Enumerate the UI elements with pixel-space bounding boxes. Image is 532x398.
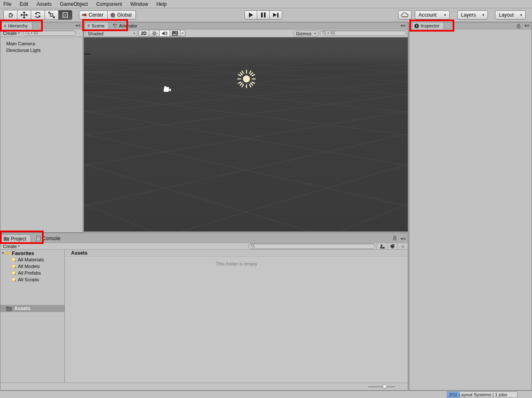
hierarchy-item-directional-light[interactable]: Directional Light (0, 47, 83, 54)
inspector-body (409, 29, 532, 390)
scene-audio-button[interactable] (159, 30, 170, 37)
console-tab-label: Console (42, 236, 60, 241)
favorites-label: Favorites (12, 251, 34, 256)
star-icon: ★ (400, 244, 405, 249)
hand-tool-button[interactable] (3, 10, 17, 20)
list-icon: ≡ (4, 23, 6, 28)
rect-tool-button[interactable] (58, 10, 72, 20)
menu-component[interactable]: Component (92, 0, 126, 8)
pivot-center-icon (82, 12, 87, 17)
scene-panel: # Scene Animator ▾≡ Shaded ▾ 2D (84, 22, 408, 232)
hierarchy-search-input[interactable] (34, 31, 73, 35)
scene-effects-button[interactable] (170, 30, 180, 37)
cloud-services-button[interactable] (398, 10, 411, 20)
search-by-label-button[interactable] (387, 243, 397, 250)
favorite-label: All Prefabs (18, 270, 41, 275)
scene-search-input[interactable] (330, 31, 404, 35)
tab-animator[interactable]: Animator (111, 22, 141, 29)
favorite-all-materials[interactable]: All Materials (0, 256, 64, 263)
pivot-orientation-group: Center Global (79, 10, 135, 20)
layout-dropdown[interactable]: Layout ▾ (495, 10, 526, 20)
menu-edit[interactable]: Edit (15, 0, 32, 8)
account-dropdown[interactable]: Account ▾ (415, 10, 450, 20)
panel-menu-icon[interactable]: ▾≡ (401, 236, 406, 241)
lock-icon[interactable] (393, 236, 397, 241)
move-tool-button[interactable] (17, 10, 31, 20)
slider-knob[interactable] (382, 384, 387, 389)
favorites-header[interactable]: ▼ ★ Favorites (0, 250, 64, 256)
scene-lighting-button[interactable] (149, 30, 160, 37)
scene-toggle-buttons: 2D (138, 30, 185, 37)
expander-icon[interactable]: ▼ (1, 251, 5, 255)
favorite-all-models[interactable]: All Models (0, 263, 64, 270)
tab-inspector[interactable]: i Inspector (412, 22, 444, 29)
menu-bar: File Edit Assets GameObject Component Wi… (0, 0, 532, 8)
scale-tool-button[interactable] (44, 10, 59, 20)
search-icon (251, 244, 255, 248)
orientation-global-button[interactable]: Global (107, 10, 136, 20)
thumbnail-zoom-slider[interactable] (368, 386, 395, 387)
project-search-input[interactable] (256, 244, 372, 248)
animator-icon (113, 23, 117, 28)
favorite-all-prefabs[interactable]: All Prefabs (0, 270, 64, 276)
gizmos-dropdown[interactable]: Gizmos ▾ (293, 30, 318, 37)
tab-console[interactable]: Console (34, 234, 64, 243)
pivot-center-button[interactable]: Center (79, 10, 108, 20)
menu-file[interactable]: File (3, 0, 15, 8)
assets-root-folder[interactable]: Assets (0, 305, 64, 312)
search-filter-icon (11, 270, 16, 275)
layout-label: Layout (499, 12, 514, 18)
step-button[interactable] (269, 10, 282, 20)
project-create-dropdown[interactable]: Create ▾ (0, 243, 22, 249)
unity-editor-window: File Edit Assets GameObject Component Wi… (0, 0, 532, 398)
tab-hierarchy[interactable]: ≡ Hierarchy (1, 22, 32, 29)
favorite-label: All Scripts (18, 277, 39, 282)
lock-icon[interactable] (517, 24, 521, 29)
menu-assets[interactable]: Assets (32, 0, 56, 8)
menu-window[interactable]: Window (126, 0, 152, 8)
hierarchy-item-main-camera[interactable]: Main Camera (0, 40, 83, 47)
panel-menu-icon[interactable]: ▾≡ (401, 23, 406, 28)
play-button[interactable] (244, 10, 257, 20)
hierarchy-tab-label: Hierarchy (8, 23, 27, 28)
hierarchy-create-dropdown[interactable]: Create ▾ (0, 29, 22, 37)
layers-label: Layers (461, 12, 476, 18)
draw-mode-dropdown[interactable]: Shaded ▾ (85, 30, 138, 37)
search-icon (26, 31, 30, 35)
scene-viewport[interactable] (84, 37, 408, 231)
hand-icon (7, 12, 14, 18)
chevron-down-icon: ▾ (18, 31, 20, 35)
scene-search-field[interactable]: ▾ (320, 30, 407, 36)
search-filter-icon (11, 257, 16, 262)
favorite-all-scripts[interactable]: All Scripts (0, 276, 64, 283)
pause-button[interactable] (257, 10, 270, 20)
project-tabstrip: Project Console ▾≡ (0, 233, 408, 243)
hierarchy-search-field[interactable]: ▾ (23, 30, 76, 36)
camera-gizmo[interactable] (162, 86, 172, 93)
menu-gameobject[interactable]: GameObject (56, 0, 92, 8)
tab-scene[interactable]: # Scene (85, 22, 109, 29)
project-tab-label: Project (11, 236, 26, 242)
status-message: 2/11 Layout Systems | 1 jobs (449, 392, 507, 397)
console-icon (36, 236, 40, 241)
project-search-field[interactable] (248, 243, 375, 249)
hierarchy-tabstrip: ≡ Hierarchy ▾≡ (0, 22, 83, 29)
chevron-down-icon: ▾ (18, 244, 20, 248)
assets-header-label: Assets (71, 250, 87, 256)
project-folders-column: ▼ ★ Favorites All Materials All Models A… (0, 250, 65, 383)
layers-dropdown[interactable]: Layers ▾ (457, 10, 488, 20)
background-tasks-status[interactable]: 2/11 Layout Systems | 1 jobs (447, 391, 517, 398)
assets-pane[interactable]: Assets This folder is empty (65, 250, 408, 383)
toggle-2d-button[interactable]: 2D (138, 30, 149, 37)
panel-menu-icon[interactable]: ▾≡ (76, 23, 81, 28)
pivot-center-label: Center (89, 12, 103, 18)
panel-menu-icon[interactable]: ▾≡ (525, 23, 530, 28)
saved-search-star-button[interactable]: ★ (397, 243, 408, 250)
scene-effects-dropdown[interactable]: ▾ (180, 30, 185, 37)
search-by-type-button[interactable] (377, 243, 387, 250)
menu-help[interactable]: Help (152, 0, 171, 8)
favorite-label: All Models (18, 264, 40, 269)
rotate-tool-button[interactable] (31, 10, 45, 20)
directional-light-gizmo[interactable] (237, 69, 256, 88)
tab-project[interactable]: Project (1, 234, 31, 243)
